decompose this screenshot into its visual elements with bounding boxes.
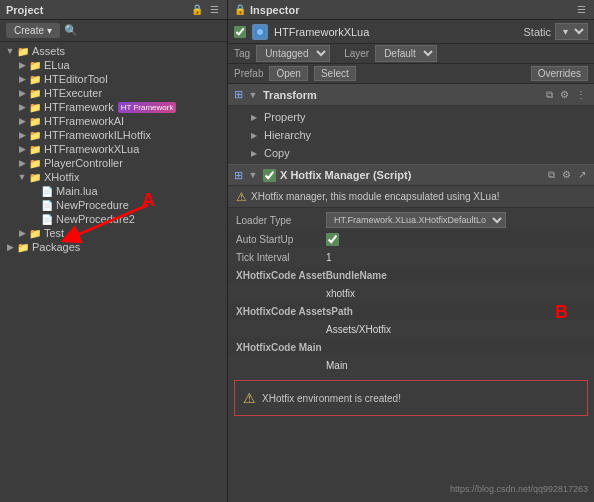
tag-label: Tag [234,48,250,59]
xhm-active-checkbox[interactable] [263,169,276,182]
tree-label: PlayerController [44,157,123,169]
folder-icon: 📁 [28,88,42,99]
xhm-title: X Hotfix Manager (Script) [280,169,411,181]
folder-icon: 📁 [28,60,42,71]
watermark: https://blog.csdn.net/qq992817263 [450,484,588,494]
inspector-panel: 🔒 Inspector ☰ HTFrameworkXLua Static ▾ T… [228,0,594,502]
tree-item-htfwxlua[interactable]: ▶ 📁 HTFrameworkXLua [0,142,227,156]
code-bundle-header-row: XHotfixCode AssetBundleName [228,266,594,284]
tree-item-htexec[interactable]: ▶ 📁 HTExecuter [0,86,227,100]
transform-property-row[interactable]: ▶ Property [228,108,594,126]
code-main-header: XHotfixCode Main [236,342,586,353]
code-bundle-header: XHotfixCode AssetBundleName [236,270,586,281]
folder-icon: 📁 [28,228,42,239]
xhm-link-icon[interactable]: ↗ [576,168,588,182]
cs-icon: 📄 [40,200,54,211]
lock-icon[interactable]: 🔒 [234,4,246,15]
tree-item-hteditor[interactable]: ▶ 📁 HTEditorTool [0,72,227,86]
transform-copy-icon[interactable]: ⧉ [544,88,555,102]
arrow-test: ▶ [16,228,28,238]
xhm-header[interactable]: ⊞ ▼ X Hotfix Manager (Script) ⧉ ⚙ ↗ [228,164,594,186]
xhm-icon: ⊞ [234,169,243,182]
gameobject-icon [252,24,268,40]
assets-path-header: XHotfixCode AssetsPath [236,306,586,317]
tag-layer-row: Tag Untagged Layer Default [228,44,594,64]
arrow-playerctrl: ▶ [16,158,28,168]
property-label: Property [264,111,306,123]
tree-item-htfwai[interactable]: ▶ 📁 HTFrameworkAI [0,114,227,128]
search-icon[interactable]: 🔍 [64,24,78,37]
prefab-label: Prefab [234,68,263,79]
transform-gear-icon[interactable]: ⚙ [558,88,571,102]
loader-type-dropdown[interactable]: HT.Framework.XLua.XHotfixDefaultLoader ▾ [326,212,506,228]
xhm-info-bar: ⚠ XHotfix manager, this module encapsula… [228,186,594,208]
lock-icon[interactable]: 🔒 [189,3,205,16]
assets-path-value: Assets/XHotfix [326,324,586,335]
arrow-htexec: ▶ [16,88,28,98]
create-bar: Create ▾ 🔍 [0,20,227,42]
tree-item-assets[interactable]: ▼ 📁 Assets [0,44,227,58]
loader-type-label: Loader Type [236,215,326,226]
xhm-info-text: XHotfix manager, this module encapsulate… [251,191,500,202]
auto-startup-checkbox[interactable] [326,233,339,246]
tree-label: NewProcedure [56,199,129,211]
tree-item-xhotfix[interactable]: ▼ 📁 XHotfix [0,170,227,184]
create-button[interactable]: Create ▾ [6,23,60,38]
layer-dropdown[interactable]: Default [375,45,437,62]
tree-item-playerctrl[interactable]: ▶ 📁 PlayerController [0,156,227,170]
tag-dropdown[interactable]: Untagged [256,45,330,62]
tree-item-elua[interactable]: ▶ 📁 ELua [0,58,227,72]
transform-actions: ⧉ ⚙ ⋮ [544,88,588,102]
arrow-assets: ▼ [4,46,16,56]
transform-copy-row[interactable]: ▶ Copy [228,144,594,162]
tree-label: HTFrameworkXLua [44,143,139,155]
xhm-actions: ⧉ ⚙ ↗ [546,168,588,182]
tree-label: NewProcedure2 [56,213,135,225]
cs-icon: 📄 [40,214,54,225]
lua-icon: 📄 [40,186,54,197]
xhm-copy-icon[interactable]: ⧉ [546,168,557,182]
prefab-overrides-button[interactable]: Overrides [531,66,588,81]
tree-item-newproc2[interactable]: 📄 NewProcedure2 [0,212,227,226]
tree-item-packages[interactable]: ▶ 📁 Packages [0,240,227,254]
inspector-header-icons: ☰ [575,3,588,16]
menu-icon[interactable]: ☰ [575,3,588,16]
tree-label: HTEditorTool [44,73,108,85]
transform-header[interactable]: ⊞ ▼ Transform ⧉ ⚙ ⋮ [228,84,594,106]
tree-label: XHotfix [44,171,79,183]
folder-icon: 📁 [16,242,30,253]
folder-icon: 📁 [28,158,42,169]
tree-label: ELua [44,59,70,71]
tree-item-newproc1[interactable]: 📄 NewProcedure [0,198,227,212]
tree-item-test[interactable]: ▶ 📁 Test [0,226,227,240]
tree-label: Test [44,227,64,239]
transform-menu-icon[interactable]: ⋮ [574,88,588,102]
tree-item-mainlua[interactable]: 📄 Main.lua [0,184,227,198]
code-bundle-value: xhotfix [326,288,586,299]
prefab-open-button[interactable]: Open [269,66,307,81]
static-dropdown[interactable]: ▾ [555,23,588,40]
tree-item-htfw[interactable]: ▶ 📁 HTFramework HT Framework [0,100,227,114]
folder-icon: 📁 [28,116,42,127]
tick-interval-label: Tick Interval [236,252,326,263]
htfw-badge: HT Framework [118,102,177,113]
prefab-row: Prefab Open Select Overrides [228,64,594,84]
menu-icon[interactable]: ☰ [208,3,221,16]
folder-icon: 📁 [28,172,42,183]
project-panel-header: Project 🔒 ☰ [0,0,227,20]
static-label: Static [523,26,551,38]
transform-arrow: ▼ [247,90,259,100]
warning-icon: ⚠ [243,390,256,406]
transform-hierarchy-row[interactable]: ▶ Hierarchy [228,126,594,144]
xhm-gear-icon[interactable]: ⚙ [560,168,573,182]
layer-label: Layer [344,48,369,59]
gameobject-name: HTFrameworkXLua [274,26,369,38]
info-icon: ⚠ [236,190,247,204]
inspector-title: Inspector [250,4,300,16]
arrow-hteditor: ▶ [16,74,28,84]
gameobject-active-checkbox[interactable] [234,26,246,38]
transform-body: ▶ Property ▶ Hierarchy ▶ Copy [228,106,594,164]
prefab-select-button[interactable]: Select [314,66,356,81]
tree-label: Main.lua [56,185,98,197]
tree-item-htfwil[interactable]: ▶ 📁 HTFrameworkILHotfix [0,128,227,142]
